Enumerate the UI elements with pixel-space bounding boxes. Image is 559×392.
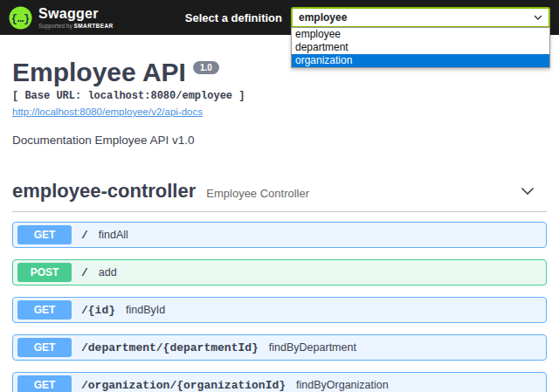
definition-select[interactable]: employee xyxy=(291,7,550,28)
operation-summary: add xyxy=(99,266,117,279)
operation-row[interactable]: GET / findAll xyxy=(12,222,547,248)
operation-row[interactable]: GET /organization/{organizationId} findB… xyxy=(12,372,547,392)
tag-description: Employee Controller xyxy=(206,187,309,200)
method-badge: GET xyxy=(17,375,72,392)
operation-row[interactable]: POST / add xyxy=(12,259,547,285)
base-url: [ Base URL: localhost:8080/employee ] xyxy=(12,90,547,102)
operation-summary: findByOrganization xyxy=(296,379,389,391)
operation-summary: findById xyxy=(126,304,165,316)
dropdown-option-organization[interactable]: organization xyxy=(292,54,549,67)
brand-subtitle: Supported by SMARTBEAR xyxy=(38,23,114,29)
tag-header-employee-controller[interactable]: employee-controller Employee Controller xyxy=(12,173,547,212)
operation-path: /department/{departmentId} xyxy=(81,341,259,354)
operation-path: /{id} xyxy=(81,304,115,317)
method-badge: POST xyxy=(17,263,72,282)
api-docs-link[interactable]: http://localhost:8080/employee/v2/api-do… xyxy=(12,107,203,117)
operations-list: GET / findAll POST / add GET /{id} findB… xyxy=(12,222,547,392)
tag-name: employee-controller xyxy=(12,180,196,203)
brand-title: Swagger xyxy=(38,6,114,22)
dropdown-option-department[interactable]: department xyxy=(292,41,549,54)
method-badge: GET xyxy=(17,338,72,357)
svg-text:{…}: {…} xyxy=(11,13,31,25)
swagger-brand: {…} Swagger Supported by SMARTBEAR xyxy=(9,6,114,30)
operation-row[interactable]: GET /{id} findById xyxy=(12,297,547,323)
operation-path: /organization/{organizationId} xyxy=(81,379,286,392)
api-info: Employee API1.0 [ Base URL: localhost:80… xyxy=(12,58,547,147)
method-badge: GET xyxy=(17,300,72,320)
operation-row[interactable]: GET /department/{departmentId} findByDep… xyxy=(12,334,547,361)
operation-summary: findAll xyxy=(99,229,128,241)
dropdown-option-employee[interactable]: employee xyxy=(292,28,549,41)
chevron-down-icon xyxy=(519,182,543,200)
definition-dropdown: employee department organization xyxy=(291,27,550,68)
definition-select-label: Select a definition xyxy=(185,11,282,24)
chevron-down-icon xyxy=(533,12,543,23)
operation-path: / xyxy=(81,229,88,242)
version-badge: 1.0 xyxy=(193,61,219,74)
main-content: Employee API1.0 [ Base URL: localhost:80… xyxy=(0,58,559,392)
operation-path: / xyxy=(81,266,88,279)
api-description: Documentation Employee API v1.0 xyxy=(12,134,547,147)
swagger-logo-icon: {…} xyxy=(9,6,32,30)
page-title: Employee API xyxy=(12,58,186,86)
operation-summary: findByDepartment xyxy=(269,341,356,354)
definition-select-value: employee xyxy=(299,11,347,24)
definition-select-group: Select a definition employee xyxy=(185,7,550,28)
method-badge: GET xyxy=(17,225,72,244)
